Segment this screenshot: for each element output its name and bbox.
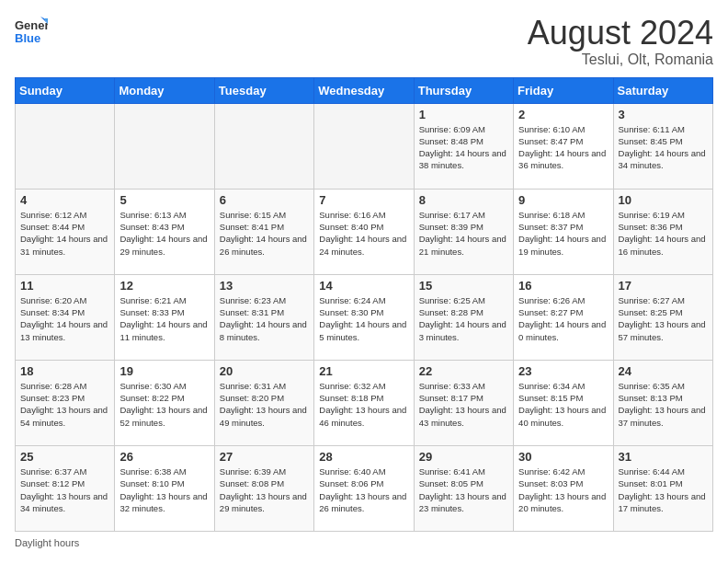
calendar-header-row: SundayMondayTuesdayWednesdayThursdayFrid… — [16, 77, 713, 103]
day-number: 8 — [419, 193, 508, 207]
calendar-cell: 16Sunrise: 6:26 AM Sunset: 8:27 PM Dayli… — [514, 274, 613, 360]
day-number: 29 — [419, 450, 508, 464]
day-number: 31 — [619, 450, 708, 464]
calendar-cell: 6Sunrise: 6:15 AM Sunset: 8:41 PM Daylig… — [214, 189, 313, 274]
day-info: Sunrise: 6:42 AM Sunset: 8:03 PM Dayligh… — [518, 465, 608, 514]
calendar-day-header: Sunday — [16, 77, 115, 103]
day-info: Sunrise: 6:21 AM Sunset: 8:33 PM Dayligh… — [119, 294, 209, 343]
day-number: 17 — [619, 279, 708, 293]
day-info: Sunrise: 6:20 AM Sunset: 8:34 PM Dayligh… — [20, 294, 109, 343]
calendar-cell: 23Sunrise: 6:34 AM Sunset: 8:15 PM Dayli… — [514, 360, 613, 445]
day-number: 15 — [419, 279, 508, 293]
day-number: 3 — [619, 108, 708, 121]
day-info: Sunrise: 6:16 AM Sunset: 8:40 PM Dayligh… — [319, 209, 408, 258]
calendar-cell: 11Sunrise: 6:20 AM Sunset: 8:34 PM Dayli… — [16, 274, 115, 360]
calendar-table: SundayMondayTuesdayWednesdayThursdayFrid… — [15, 77, 713, 532]
calendar-day-header: Friday — [514, 77, 613, 103]
day-number: 7 — [319, 193, 408, 207]
calendar-cell: 26Sunrise: 6:38 AM Sunset: 8:10 PM Dayli… — [115, 445, 214, 531]
calendar-cell: 29Sunrise: 6:41 AM Sunset: 8:05 PM Dayli… — [414, 445, 513, 531]
day-number: 4 — [20, 193, 109, 207]
day-number: 22 — [419, 364, 508, 378]
day-number: 10 — [619, 193, 708, 207]
calendar-cell: 15Sunrise: 6:25 AM Sunset: 8:28 PM Dayli… — [414, 274, 513, 360]
day-number: 21 — [319, 364, 408, 378]
day-info: Sunrise: 6:39 AM Sunset: 8:08 PM Dayligh… — [220, 465, 309, 514]
day-info: Sunrise: 6:11 AM Sunset: 8:45 PM Dayligh… — [619, 123, 708, 172]
day-number: 13 — [220, 279, 309, 293]
calendar-cell: 14Sunrise: 6:24 AM Sunset: 8:30 PM Dayli… — [314, 274, 414, 360]
calendar-cell: 17Sunrise: 6:27 AM Sunset: 8:25 PM Dayli… — [613, 274, 712, 360]
day-number: 14 — [319, 279, 408, 293]
day-number: 25 — [20, 450, 109, 464]
calendar-week-row: 11Sunrise: 6:20 AM Sunset: 8:34 PM Dayli… — [16, 274, 713, 360]
calendar-day-header: Wednesday — [314, 77, 414, 103]
calendar-cell: 18Sunrise: 6:28 AM Sunset: 8:23 PM Dayli… — [16, 360, 115, 445]
calendar-cell: 28Sunrise: 6:40 AM Sunset: 8:06 PM Dayli… — [314, 445, 414, 531]
calendar-cell: 24Sunrise: 6:35 AM Sunset: 8:13 PM Dayli… — [613, 360, 712, 445]
day-info: Sunrise: 6:31 AM Sunset: 8:20 PM Dayligh… — [220, 380, 309, 429]
calendar-cell: 9Sunrise: 6:18 AM Sunset: 8:37 PM Daylig… — [514, 189, 613, 274]
svg-text:General: General — [15, 18, 48, 32]
day-number: 16 — [518, 279, 608, 293]
day-info: Sunrise: 6:19 AM Sunset: 8:36 PM Dayligh… — [619, 209, 708, 258]
day-number: 19 — [119, 364, 209, 378]
day-number: 2 — [518, 108, 608, 121]
day-info: Sunrise: 6:09 AM Sunset: 8:48 PM Dayligh… — [419, 123, 508, 172]
day-number: 30 — [518, 450, 608, 464]
calendar-cell — [115, 103, 214, 189]
calendar-cell: 3Sunrise: 6:11 AM Sunset: 8:45 PM Daylig… — [613, 103, 712, 189]
calendar-cell: 10Sunrise: 6:19 AM Sunset: 8:36 PM Dayli… — [613, 189, 712, 274]
location: Teslui, Olt, Romania — [528, 52, 713, 68]
day-info: Sunrise: 6:38 AM Sunset: 8:10 PM Dayligh… — [119, 465, 209, 514]
calendar-cell — [214, 103, 313, 189]
day-info: Sunrise: 6:23 AM Sunset: 8:31 PM Dayligh… — [220, 294, 309, 343]
day-number: 23 — [518, 364, 608, 378]
day-info: Sunrise: 6:10 AM Sunset: 8:47 PM Dayligh… — [518, 123, 608, 172]
day-number: 12 — [119, 279, 209, 293]
day-info: Sunrise: 6:30 AM Sunset: 8:22 PM Dayligh… — [119, 380, 209, 429]
calendar-cell: 1Sunrise: 6:09 AM Sunset: 8:48 PM Daylig… — [414, 103, 513, 189]
calendar-cell: 25Sunrise: 6:37 AM Sunset: 8:12 PM Dayli… — [16, 445, 115, 531]
day-info: Sunrise: 6:24 AM Sunset: 8:30 PM Dayligh… — [319, 294, 408, 343]
month-year: August 2024 — [528, 15, 713, 52]
day-info: Sunrise: 6:26 AM Sunset: 8:27 PM Dayligh… — [518, 294, 608, 343]
day-number: 24 — [619, 364, 708, 378]
calendar-cell: 12Sunrise: 6:21 AM Sunset: 8:33 PM Dayli… — [115, 274, 214, 360]
calendar-day-header: Tuesday — [214, 77, 313, 103]
day-info: Sunrise: 6:40 AM Sunset: 8:06 PM Dayligh… — [319, 465, 408, 514]
logo: General Blue — [15, 15, 48, 48]
calendar-week-row: 4Sunrise: 6:12 AM Sunset: 8:44 PM Daylig… — [16, 189, 713, 274]
calendar-cell: 4Sunrise: 6:12 AM Sunset: 8:44 PM Daylig… — [16, 189, 115, 274]
logo-bird-icon: General Blue — [15, 15, 48, 48]
calendar-cell: 30Sunrise: 6:42 AM Sunset: 8:03 PM Dayli… — [514, 445, 613, 531]
day-info: Sunrise: 6:27 AM Sunset: 8:25 PM Dayligh… — [619, 294, 708, 343]
title-block: August 2024 Teslui, Olt, Romania — [528, 15, 713, 68]
day-info: Sunrise: 6:33 AM Sunset: 8:17 PM Dayligh… — [419, 380, 508, 429]
day-info: Sunrise: 6:32 AM Sunset: 8:18 PM Dayligh… — [319, 380, 408, 429]
day-number: 26 — [119, 450, 209, 464]
day-info: Sunrise: 6:28 AM Sunset: 8:23 PM Dayligh… — [20, 380, 109, 429]
day-number: 5 — [119, 193, 209, 207]
header: General Blue August 2024 Teslui, Olt, Ro… — [15, 15, 713, 68]
day-info: Sunrise: 6:41 AM Sunset: 8:05 PM Dayligh… — [419, 465, 508, 514]
calendar-cell: 21Sunrise: 6:32 AM Sunset: 8:18 PM Dayli… — [314, 360, 414, 445]
calendar-cell: 22Sunrise: 6:33 AM Sunset: 8:17 PM Dayli… — [414, 360, 513, 445]
day-info: Sunrise: 6:37 AM Sunset: 8:12 PM Dayligh… — [20, 465, 109, 514]
calendar-cell: 2Sunrise: 6:10 AM Sunset: 8:47 PM Daylig… — [514, 103, 613, 189]
calendar-day-header: Thursday — [414, 77, 513, 103]
day-info: Sunrise: 6:17 AM Sunset: 8:39 PM Dayligh… — [419, 209, 508, 258]
daylight-label: Daylight hours — [15, 537, 79, 548]
day-info: Sunrise: 6:35 AM Sunset: 8:13 PM Dayligh… — [619, 380, 708, 429]
calendar-week-row: 25Sunrise: 6:37 AM Sunset: 8:12 PM Dayli… — [16, 445, 713, 531]
day-number: 6 — [220, 193, 309, 207]
footer: Daylight hours — [15, 537, 713, 548]
svg-text:Blue: Blue — [15, 31, 40, 45]
calendar-week-row: 1Sunrise: 6:09 AM Sunset: 8:48 PM Daylig… — [16, 103, 713, 189]
calendar-cell: 27Sunrise: 6:39 AM Sunset: 8:08 PM Dayli… — [214, 445, 313, 531]
calendar-cell: 5Sunrise: 6:13 AM Sunset: 8:43 PM Daylig… — [115, 189, 214, 274]
day-info: Sunrise: 6:18 AM Sunset: 8:37 PM Dayligh… — [518, 209, 608, 258]
day-info: Sunrise: 6:13 AM Sunset: 8:43 PM Dayligh… — [119, 209, 209, 258]
calendar-cell: 13Sunrise: 6:23 AM Sunset: 8:31 PM Dayli… — [214, 274, 313, 360]
calendar-day-header: Saturday — [613, 77, 712, 103]
